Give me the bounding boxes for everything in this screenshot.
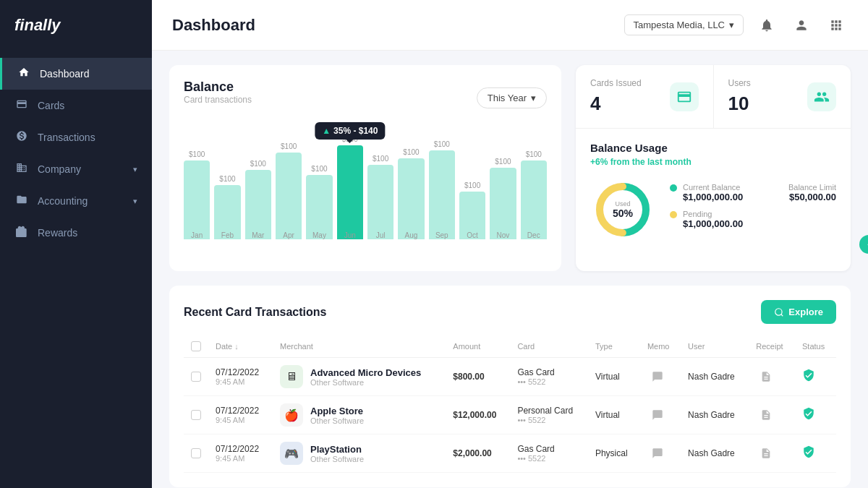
header-right: Tampesta Media, LLC ▾ [624,14,848,37]
bar-value-label: $100 [464,181,480,189]
memo-icon[interactable] [647,443,668,463]
bar-wrap-nov: $100Nov [490,119,516,239]
merchant-info: Apple Store Other Software [310,406,364,425]
card-column-header: Card [510,335,588,358]
merchant-sub: Other Software [310,455,364,463]
transaction-date: 07/12/2022 [216,444,265,454]
accounting-icon [14,194,29,208]
bar-month-label: Aug [405,231,418,239]
current-value: $1,000,000.00 [683,192,743,202]
memo-cell [640,358,681,396]
receipt-icon[interactable] [756,367,776,387]
status-icon [802,407,829,423]
user-cell: Nash Gadre [681,435,749,473]
bar-month-label: Apr [283,231,294,239]
bar-month-label: Feb [221,231,234,239]
limit-label: Balance Limit [788,183,836,192]
usage-subtitle: +6% from the last month [590,157,836,167]
bar-nov[interactable] [490,168,516,239]
receipt-cell [749,358,795,396]
merchant-emoji: 🖥 [286,370,297,383]
type-cell: Physical [588,435,640,473]
memo-cell [640,396,681,435]
card-icon [14,98,29,113]
sidebar-item-transactions[interactable]: Transactions [0,121,152,153]
bar-value-label: $100 [373,155,388,163]
card-cell: Personal Card ••• 5522 [510,396,588,435]
bar-mar[interactable] [245,170,271,239]
bar-dec[interactable] [521,160,547,239]
memo-cell [640,435,681,473]
svg-point-3 [775,308,782,314]
cards-issued-icon [670,82,699,111]
row-checkbox[interactable] [191,372,201,382]
bar-jan[interactable] [184,160,210,239]
cards-issued-label: Cards Issued [590,78,642,88]
bar-value-label: $100 [250,160,266,168]
limit-value: $50,000.00 [788,192,836,202]
sidebar-item-company[interactable]: Company ▾ [0,153,152,185]
select-all-checkbox[interactable] [191,341,201,351]
bar-value-label: $100 [495,158,511,166]
bar-aug[interactable] [398,158,424,239]
sidebar-item-rewards[interactable]: Rewards [0,217,152,249]
type-cell: Virtual [588,358,640,396]
sidebar: finally ‹ Dashboard Cards Transactions [0,0,152,488]
notifications-icon[interactable] [755,14,778,37]
user-icon[interactable] [790,14,813,37]
year-selector[interactable]: This Year ▾ [477,87,547,108]
date-column-header[interactable]: Date↓ [216,342,265,351]
balance-card: Balance Card transactions This Year ▾ $1… [169,65,561,271]
sidebar-item-dashboard[interactable]: Dashboard [0,58,152,90]
merchant-sub: Other Software [310,378,421,387]
merchant-cell: 🎮 PlayStation Other Software [273,435,446,473]
current-label: Current Balance [683,183,743,192]
transactions-icon [14,130,29,145]
card-name: Personal Card [517,406,581,416]
amount-cell: $800.00 [446,358,510,396]
bar-jun[interactable]: ▲ 35% - $140 [337,145,363,239]
company-selector[interactable]: Tampesta Media, LLC ▾ [624,14,744,35]
memo-icon[interactable] [647,367,668,387]
header: Dashboard Tampesta Media, LLC ▾ [152,0,868,51]
usage-change-label: from the last month [610,157,692,167]
bar-value-label: $100 [189,150,205,158]
chart-bars: $100Jan$100Feb$100Mar$100Apr$100May$100▲… [184,119,547,257]
sidebar-label-company: Company [38,163,81,175]
memo-icon[interactable] [647,405,668,425]
bar-apr[interactable] [276,153,302,239]
bar-jul[interactable] [367,165,393,239]
status-cell [795,435,836,473]
bar-wrap-jun: $100▲ 35% - $140Jun [337,119,363,239]
bar-sep[interactable] [429,150,455,239]
status-icon [802,445,829,461]
sidebar-item-accounting[interactable]: Accounting ▾ [0,185,152,217]
apps-icon[interactable] [825,14,848,37]
receipt-column-header: Receipt [749,335,795,358]
transactions-card: Recent Card Transactions Explore Date↓ M… [169,286,851,487]
row-checkbox[interactable] [191,410,201,420]
sort-icon: ↓ [234,342,239,351]
row-checkbox[interactable] [191,448,201,458]
receipt-icon[interactable] [756,443,776,463]
usage-title: Balance Usage [590,142,836,154]
receipt-cell [749,396,795,435]
merchant-info: PlayStation Other Software [310,444,364,463]
used-label: Used [613,200,633,207]
explore-button[interactable]: Explore [761,300,836,324]
transactions-table: Date↓ Merchant Amount Card Type Memo Use… [184,335,836,473]
date-cell: 07/12/2022 9:45 AM [208,358,273,396]
receipt-icon[interactable] [756,405,776,425]
user-cell: Nash Gadre [681,396,749,435]
sidebar-item-cards[interactable]: Cards [0,90,152,121]
bar-wrap-aug: $100Aug [398,119,424,239]
bar-value-label: $100 [403,148,419,156]
bar-may[interactable] [306,175,332,239]
bar-month-label: Jan [191,231,203,239]
bar-wrap-sep: $100Sep [429,119,455,239]
users-label: Users [728,78,751,88]
user-column-header: User [681,335,749,358]
amount-cell: $12,000.00 [446,396,510,435]
page-title: Dashboard [172,16,613,35]
chevron-down-icon-year: ▾ [531,93,536,103]
